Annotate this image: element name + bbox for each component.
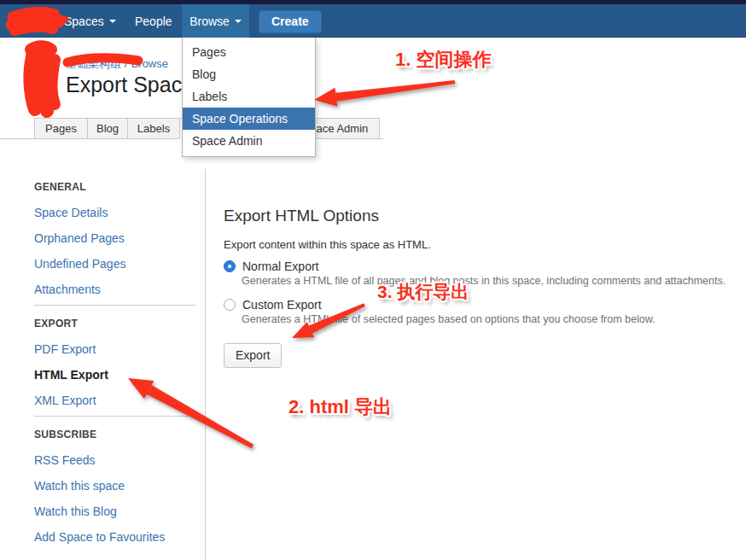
page-title: Export Space — [66, 73, 194, 97]
breadcrumb: 基础架构组/Browse — [66, 56, 168, 72]
sidebar-item-watch-this-space[interactable]: Watch this space — [34, 479, 125, 493]
sidebar-section-export: EXPORT — [34, 318, 78, 330]
sidebar-item-undefined-pages[interactable]: Undefined Pages — [34, 257, 125, 271]
breadcrumb-browse-link[interactable]: Browse — [131, 57, 168, 70]
menu-item-labels[interactable]: Labels — [183, 85, 315, 108]
sidebar-item-space-details[interactable]: Space Details — [34, 206, 108, 219]
avatar-redaction-scribble — [30, 46, 55, 111]
sidebar-item-rss-feeds[interactable]: RSS Feeds — [34, 453, 96, 467]
menu-item-space-admin[interactable]: Space Admin — [183, 130, 315, 152]
custom-export-label: Custom Export — [242, 298, 322, 312]
normal-export-label: Normal Export — [242, 260, 318, 273]
sidebar-item-add-space-to-favourites[interactable]: Add Space to Favourites — [34, 530, 165, 544]
sidebar-item-attachments[interactable]: Attachments — [34, 283, 101, 296]
sidebar-item-html-export[interactable]: HTML Export — [34, 368, 108, 382]
breadcrumb-separator: / — [125, 57, 128, 70]
sidebar-item-xml-export[interactable]: XML Export — [34, 394, 96, 407]
menu-item-blog[interactable]: Blog — [183, 63, 315, 85]
nav-spaces-label: Spaces — [64, 15, 104, 28]
tab-labels[interactable]: Labels — [127, 118, 180, 139]
export-options-heading: Export HTML Options — [224, 207, 379, 225]
sidebar-content-divider — [205, 169, 206, 560]
browse-dropdown-menu: Pages Blog Labels Space Operations Space… — [182, 38, 316, 157]
annotation-arrow-2 — [128, 378, 254, 448]
annotation-step2-label: 2. html 导出 — [288, 394, 392, 420]
annotation-step1-label: 1. 空间操作 — [395, 47, 491, 73]
normal-export-option[interactable]: Normal Export — [224, 260, 318, 273]
menu-item-pages[interactable]: Pages — [183, 41, 315, 63]
breadcrumb-space-link[interactable]: 基础架构组 — [66, 57, 121, 70]
nav-people-link[interactable]: People — [135, 4, 172, 38]
annotation-arrow-1 — [314, 80, 455, 107]
normal-export-description: Generates a HTML file of all pages and b… — [242, 275, 726, 287]
chevron-down-icon — [235, 20, 242, 23]
nav-spaces-menu[interactable]: Spaces — [64, 4, 116, 38]
menu-item-space-operations[interactable]: Space Operations — [183, 108, 315, 130]
sidebar-item-orphaned-pages[interactable]: Orphaned Pages — [34, 231, 125, 245]
normal-export-radio[interactable] — [224, 260, 236, 272]
export-intro-text: Export content within this space as HTML… — [224, 238, 431, 251]
nav-browse-menu[interactable]: Browse — [182, 4, 249, 38]
app-header: Spaces People Browse Create — [0, 4, 746, 38]
tab-blog[interactable]: Blog — [87, 118, 128, 139]
chevron-down-icon — [109, 20, 116, 23]
nav-browse-label: Browse — [189, 15, 230, 28]
export-button[interactable]: Export — [224, 343, 282, 368]
sidebar-item-watch-this-blog[interactable]: Watch this Blog — [34, 505, 117, 518]
sidebar-divider — [34, 416, 195, 417]
create-button[interactable]: Create — [259, 10, 322, 33]
sidebar-item-pdf-export[interactable]: PDF Export — [34, 342, 96, 356]
custom-export-radio[interactable] — [224, 299, 236, 311]
custom-export-option[interactable]: Custom Export — [224, 298, 322, 312]
sidebar-section-general: GENERAL — [34, 181, 86, 193]
sidebar-section-subscribe: SUBSCRIBE — [34, 429, 96, 440]
nav-people-label: People — [135, 15, 172, 28]
sidebar-divider — [34, 305, 195, 306]
custom-export-description: Generates a HTML file of selected pages … — [242, 313, 656, 325]
tab-pages[interactable]: Pages — [34, 118, 88, 139]
